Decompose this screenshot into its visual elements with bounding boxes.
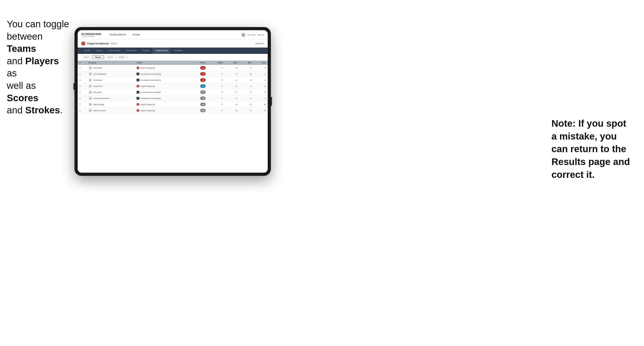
sub-tab-teams[interactable]: Teams [81,55,92,59]
cancel-button[interactable]: Cancel ✕ [255,42,264,45]
cell-team: CClippd College [A] [135,108,189,114]
cell-total: +1 [188,89,208,95]
team-logo: C [136,109,139,112]
cell-rank: 6 [78,95,87,101]
cell-team: ≡Scoreboard University [A] [135,71,189,77]
table-header-row: # PLAYER TEAM TOTAL THRU RD1 RD2 RD3 [78,61,268,65]
score-badge: +6 [200,96,206,100]
nav-teams[interactable]: TEAMS [129,30,143,40]
ipad-side-button [73,83,74,90]
cell-player: Rees Britt [87,89,134,95]
cell-total: -8 [188,65,208,71]
table-row: 5 Rees Britt≡Scoreboard University [A]+1… [78,89,268,95]
col-player: PLAYER [87,61,134,65]
sign-out-link[interactable]: Sign out [258,34,264,36]
player-name: Rees Britt [94,91,101,93]
cell-rd1: +3 [224,65,239,71]
score-badge: -8 [200,66,206,70]
nav-links: TOURNAMENTS TEAMS [106,30,241,40]
table-row: 4 David FordCClippd College [A]EF+1-4+3 [78,83,268,89]
player-avatar [88,109,92,112]
tab-leaderboards[interactable]: Leaderboards [152,48,171,54]
cell-player: Elliot Ebert [87,65,134,71]
svg-point-1 [90,67,91,68]
tab-details[interactable]: Details [81,48,93,54]
team-name: Clippd College [A] [140,110,155,112]
cell-rank: 7 [78,101,87,108]
note-label: Note: If you spota mistake, youcan retur… [552,118,630,180]
player-avatar [88,78,92,82]
tab-results[interactable]: Results [140,48,152,54]
cell-total: +8 [188,101,208,108]
col-total: TOTAL [188,61,208,65]
ipad-screen: SCOREBOARD Powered by clippd TOURNAMENTS… [78,30,268,173]
players-bold: Players [25,56,59,66]
col-rd1: RD1 [224,61,239,65]
cell-team: ≡Scoreboard University [A] [135,77,189,83]
cell-rd3: -5 [253,65,268,71]
score-badge: -2 [200,78,206,82]
table-row: 6 Cameron Robertson≡Scoreboard Universit… [78,95,268,101]
cell-rd3: E [253,89,268,95]
svg-point-4 [90,85,91,86]
cell-rd1: +5 [224,95,239,101]
tab-printables[interactable]: Printables [171,48,185,54]
team-name: Clippd College [A] [140,85,155,87]
sub-tab-players[interactable]: Players [92,55,104,59]
col-rd3: RD3 [253,61,268,65]
cell-thru: F [208,65,224,71]
team-logo: ≡ [136,79,139,81]
table-row: 3 Rich Butler≡Scoreboard University [A]-… [78,77,268,83]
cell-thru: F [208,101,224,108]
cell-rd1: +2 [224,101,239,108]
cell-rd1: +1 [224,89,239,95]
tournament-gender: (Men) [110,42,117,45]
cell-thru: F [208,77,224,83]
score-badge: -4 [200,72,206,76]
logo-title: SCOREBOARD [81,33,101,35]
cell-rd2: +5 [239,71,254,77]
score-badge: E [200,84,206,88]
cell-rank: 3 [78,77,87,83]
player-avatar [88,84,92,88]
cell-rd2: +2 [239,95,254,101]
tab-tee-groups[interactable]: Tee Groups [124,48,140,54]
navbar: SCOREBOARD Powered by clippd TOURNAMENTS… [78,30,268,40]
logo-subtitle: Powered by clippd [81,35,101,37]
tab-course-setup[interactable]: Course Setup [105,48,123,54]
table-row: 1 Elliot EbertCClippd College [A]-8F+3-6… [78,65,268,71]
team-name: Clippd College [A] [140,103,155,106]
sub-tab-scores[interactable]: Scores [105,55,115,59]
cell-rank: 5 [78,89,87,95]
svg-point-3 [90,79,91,80]
player-name: Elliot Ebert [94,67,102,69]
right-annotation: Note: If you spota mistake, youcan retur… [552,117,637,181]
sub-tabs: Teams Players Scores Strokes [78,54,268,61]
team-name: Scoreboard University [A] [140,97,161,99]
sub-tab-strokes[interactable]: Strokes [116,55,127,59]
player-avatar [88,96,92,100]
cell-player: Blair McHarg [87,101,134,108]
tournament-title: C Clippd Invitational (Men) [81,41,117,45]
team-name: Scoreboard University [A] [140,91,161,93]
cell-rd2: -6 [239,65,254,71]
cell-thru: F [208,95,224,101]
cell-thru: F [208,89,224,95]
col-rank: # [78,61,87,65]
cell-total: +6 [188,95,208,101]
player-avatar [88,90,92,94]
nav-tournaments[interactable]: TOURNAMENTS [106,30,129,40]
svg-point-6 [90,97,91,98]
tab-teams[interactable]: Teams [94,48,105,54]
cell-rd3: +6 [253,101,268,108]
cell-rd2: +7 [239,108,254,114]
tournament-header: C Clippd Invitational (Men) Cancel ✕ [78,40,268,48]
score-badge: +1 [200,90,206,94]
svg-point-5 [90,91,91,92]
cell-total: E [188,83,208,89]
tournament-name: Clippd Invitational [87,42,108,45]
cell-rd2: -2 [239,77,254,83]
cell-team: ≡Scoreboard University [A] [135,95,189,101]
leaderboard-body: 1 Elliot EbertCClippd College [A]-8F+3-6… [78,65,268,114]
cell-team: CClippd College [A] [135,65,189,71]
